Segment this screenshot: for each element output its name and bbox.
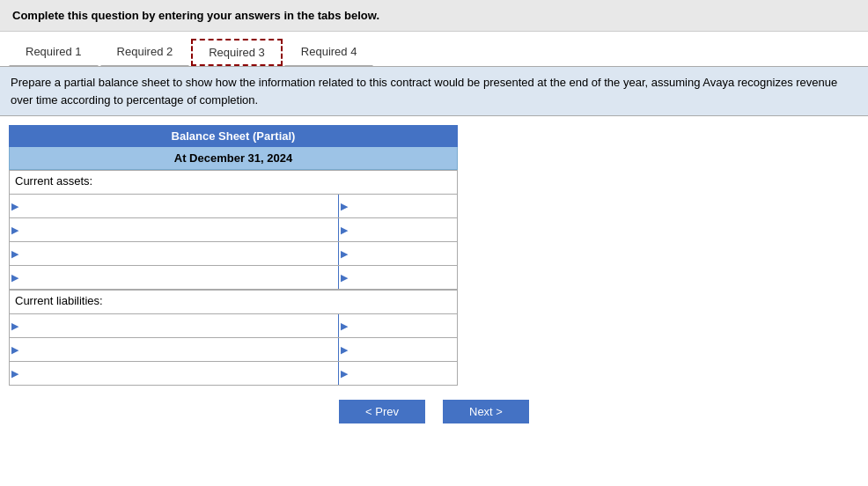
table-title-row: Balance Sheet (Partial) [9, 125, 458, 147]
banner-text: Complete this question by entering your … [12, 9, 856, 22]
arrow-icon-lval-1: ▶ [341, 320, 348, 332]
arrow-icon-3: ▶ [11, 248, 18, 260]
arrow-icon-l3: ▶ [11, 368, 18, 379]
table-subtitle: At December 31, 2024 [10, 147, 457, 169]
current-assets-label: Current assets: [10, 171, 457, 194]
instruction-text: Prepare a partial balance sheet to show … [11, 76, 837, 107]
current-assets-label-row: Current assets: [9, 170, 458, 195]
liabilities-row-2-label: ▶ [10, 338, 339, 361]
current-liabilities-label: Current liabilities: [10, 291, 457, 313]
arrow-icon-2: ▶ [11, 225, 18, 236]
arrow-icon-val-3: ▶ [341, 248, 348, 260]
liabilities-row-2-value: ▶ [339, 338, 457, 361]
assets-row-2-input[interactable] [10, 218, 338, 241]
liabilities-row-3-input[interactable] [10, 362, 338, 385]
assets-row-3-input[interactable] [10, 242, 338, 265]
tab-required2[interactable]: Required 2 [100, 39, 190, 66]
liabilities-row-1[interactable]: ▶ ▶ [9, 314, 458, 338]
liabilities-row-1-value-input[interactable] [339, 314, 457, 337]
instruction-box: Prepare a partial balance sheet to show … [0, 67, 868, 116]
assets-row-2-value: ▶ [339, 218, 457, 241]
assets-row-1[interactable]: ▶ ▶ [9, 195, 458, 218]
assets-row-4-value-input[interactable] [339, 266, 457, 289]
assets-row-3[interactable]: ▶ ▶ [9, 242, 458, 266]
assets-row-3-value: ▶ [339, 242, 457, 265]
tab-required4[interactable]: Required 4 [284, 39, 374, 66]
assets-row-1-input[interactable] [10, 195, 338, 217]
arrow-icon-val-1: ▶ [341, 201, 348, 212]
table-subtitle-row: At December 31, 2024 [9, 147, 458, 170]
tabs-bar: Required 1 Required 2 Required 3 Require… [0, 32, 868, 67]
bottom-bar: < Prev Next > [9, 391, 859, 432]
arrow-icon-val-2: ▶ [341, 225, 348, 236]
current-liabilities-label-row: Current liabilities: [9, 290, 458, 314]
tab-required1[interactable]: Required 1 [9, 39, 99, 66]
balance-sheet-table: Balance Sheet (Partial) At December 31, … [9, 125, 458, 386]
liabilities-row-2[interactable]: ▶ ▶ [9, 338, 458, 362]
top-banner: Complete this question by entering your … [0, 0, 868, 32]
assets-row-4-input[interactable] [10, 266, 338, 289]
assets-row-4-label: ▶ [10, 266, 339, 289]
assets-row-4-value: ▶ [339, 266, 457, 289]
assets-row-3-value-input[interactable] [339, 242, 457, 265]
arrow-icon-val-4: ▶ [341, 272, 348, 284]
liabilities-row-3-label: ▶ [10, 362, 339, 385]
arrow-icon-lval-3: ▶ [341, 368, 348, 379]
liabilities-row-3[interactable]: ▶ ▶ [9, 362, 458, 386]
tab-required3[interactable]: Required 3 [191, 39, 283, 66]
assets-row-1-label: ▶ [10, 195, 339, 217]
liabilities-row-2-value-input[interactable] [339, 338, 457, 361]
arrow-icon-lval-2: ▶ [341, 344, 348, 356]
arrow-icon-l2: ▶ [11, 344, 18, 356]
content-area: Balance Sheet (Partial) At December 31, … [0, 116, 868, 441]
liabilities-row-1-input[interactable] [10, 314, 338, 337]
liabilities-row-1-value: ▶ [339, 314, 457, 337]
assets-row-3-label: ▶ [10, 242, 339, 265]
arrow-icon-1: ▶ [11, 201, 18, 212]
liabilities-row-3-value-input[interactable] [339, 362, 457, 385]
assets-row-4[interactable]: ▶ ▶ [9, 266, 458, 290]
arrow-icon-4: ▶ [11, 272, 18, 284]
liabilities-row-2-input[interactable] [10, 338, 338, 361]
assets-row-2-value-input[interactable] [339, 218, 457, 241]
next-button[interactable]: Next > [443, 400, 529, 423]
table-title: Balance Sheet (Partial) [9, 125, 458, 147]
assets-row-1-value: ▶ [339, 195, 457, 217]
assets-row-1-value-input[interactable] [339, 195, 457, 217]
liabilities-row-1-label: ▶ [10, 314, 339, 337]
arrow-icon-l1: ▶ [11, 320, 18, 332]
liabilities-row-3-value: ▶ [339, 362, 457, 385]
assets-row-2[interactable]: ▶ ▶ [9, 218, 458, 242]
assets-row-2-label: ▶ [10, 218, 339, 241]
prev-button[interactable]: < Prev [339, 400, 425, 423]
